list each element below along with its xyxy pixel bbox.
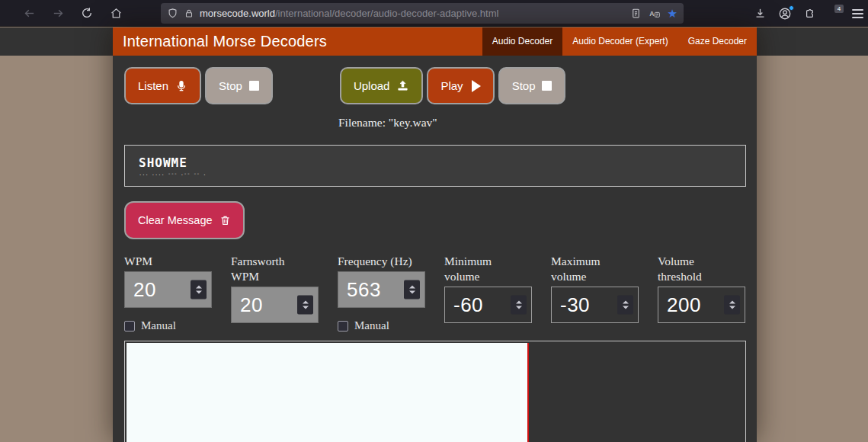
minimum-volume-input[interactable]: -60 bbox=[444, 287, 532, 323]
waveform-canvas[interactable] bbox=[124, 341, 746, 442]
decoded-message-box[interactable]: SHOWME ... .... --- .-- -- . bbox=[124, 145, 746, 187]
field-farnsworth-wpm: FarnsworthWPM 20 bbox=[231, 254, 319, 332]
playhead-line bbox=[527, 343, 529, 442]
extensions-puzzle-icon[interactable] bbox=[803, 7, 816, 20]
url-path: /international/decoder/audio-decoder-ada… bbox=[275, 8, 498, 19]
wpm-input[interactable]: 20 bbox=[124, 271, 212, 308]
listen-button-label: Listen bbox=[138, 79, 168, 92]
reload-icon[interactable] bbox=[76, 3, 98, 23]
frequency-manual-label: Manual bbox=[354, 319, 389, 332]
translate-icon[interactable]: A bbox=[649, 8, 661, 20]
farnsworth-wpm-value: 20 bbox=[232, 293, 263, 317]
spinner-icon[interactable] bbox=[191, 280, 207, 299]
frequency-manual-row: Manual bbox=[338, 319, 425, 332]
spinner-icon[interactable] bbox=[511, 296, 527, 315]
wpm-value: 20 bbox=[125, 278, 156, 302]
stop-playback-label: Stop bbox=[512, 79, 536, 92]
waveform-painted-area bbox=[127, 343, 527, 442]
tab-audio-decoder[interactable]: Audio Decoder bbox=[482, 27, 562, 56]
volume-threshold-input[interactable]: 200 bbox=[658, 287, 745, 323]
back-icon[interactable] bbox=[18, 3, 40, 23]
url-text[interactable]: morsecode.world/international/decoder/au… bbox=[200, 8, 625, 19]
svg-text:A: A bbox=[649, 9, 655, 17]
shield-icon[interactable] bbox=[167, 8, 178, 19]
play-triangle-icon bbox=[472, 80, 481, 92]
wpm-manual-label: Manual bbox=[141, 319, 176, 332]
stop-listening-button[interactable]: Stop bbox=[205, 67, 273, 104]
upload-button[interactable]: Upload bbox=[340, 67, 424, 104]
field-wpm-label: WPM bbox=[124, 254, 212, 269]
forward-icon[interactable] bbox=[47, 3, 69, 23]
stop-square-icon bbox=[542, 81, 552, 91]
frequency-manual-checkbox[interactable] bbox=[338, 321, 348, 332]
spinner-icon[interactable] bbox=[297, 296, 313, 315]
play-button[interactable]: Play bbox=[427, 67, 494, 104]
field-volume-threshold: Volumethreshold 200 bbox=[658, 254, 745, 332]
maximum-volume-value: -30 bbox=[552, 293, 590, 317]
account-icon[interactable] bbox=[778, 7, 792, 21]
spinner-icon[interactable] bbox=[724, 296, 740, 315]
wpm-manual-checkbox[interactable] bbox=[124, 321, 135, 332]
lock-icon[interactable] bbox=[184, 8, 194, 19]
browser-toolbar: morsecode.world/international/decoder/au… bbox=[0, 0, 868, 27]
field-farnsworth-label: FarnsworthWPM bbox=[231, 254, 319, 284]
minimum-volume-value: -60 bbox=[445, 293, 483, 317]
account-notification-dot bbox=[789, 5, 794, 11]
site-header: International Morse Decoders Audio Decod… bbox=[113, 27, 757, 56]
clear-message-label: Clear Message bbox=[138, 214, 213, 226]
microphone-icon bbox=[175, 79, 187, 93]
maximum-volume-input[interactable]: -30 bbox=[551, 287, 639, 323]
spinner-icon[interactable] bbox=[404, 280, 420, 299]
filename-text: Filename: "key.wav" bbox=[338, 116, 757, 130]
field-volume-threshold-label: Volumethreshold bbox=[658, 254, 745, 284]
home-icon[interactable] bbox=[105, 3, 127, 23]
decoded-message: SHOWME bbox=[139, 155, 745, 170]
farnsworth-wpm-input[interactable]: 20 bbox=[231, 287, 319, 323]
tab-gaze-decoder[interactable]: Gaze Decoder bbox=[678, 27, 757, 56]
frequency-value: 563 bbox=[338, 278, 381, 302]
field-maximum-volume: Maximumvolume -30 bbox=[551, 254, 639, 332]
wpm-manual-row: Manual bbox=[124, 319, 212, 332]
stop-square-icon bbox=[249, 81, 259, 91]
clear-message-button[interactable]: Clear Message bbox=[124, 201, 245, 239]
url-bar[interactable]: morsecode.world/international/decoder/au… bbox=[161, 3, 684, 24]
reader-mode-icon[interactable] bbox=[630, 8, 642, 19]
trash-icon bbox=[219, 214, 231, 226]
field-minimum-volume: Minimumvolume -60 bbox=[444, 254, 532, 332]
field-frequency: Frequency (Hz) 563 Manual bbox=[338, 254, 425, 332]
menu-icon[interactable] bbox=[852, 9, 863, 18]
decoded-message-morse: ... .... --- .-- -- . bbox=[139, 171, 745, 177]
field-frequency-label: Frequency (Hz) bbox=[338, 254, 425, 269]
stop-playback-button[interactable]: Stop bbox=[498, 67, 566, 104]
extension-icon[interactable]: 4 bbox=[828, 8, 841, 20]
url-domain: morsecode.world bbox=[200, 8, 275, 19]
field-min-volume-label: Minimumvolume bbox=[444, 254, 532, 284]
frequency-input[interactable]: 563 bbox=[338, 271, 425, 308]
upload-icon bbox=[396, 79, 409, 92]
field-wpm: WPM 20 Manual bbox=[124, 254, 212, 332]
page-content: International Morse Decoders Audio Decod… bbox=[113, 27, 757, 442]
spinner-icon[interactable] bbox=[617, 296, 633, 315]
listen-button[interactable]: Listen bbox=[124, 67, 201, 104]
field-max-volume-label: Maximumvolume bbox=[551, 254, 639, 284]
settings-row: WPM 20 Manual FarnsworthWPM 20 Frequency… bbox=[124, 254, 757, 332]
bookmark-star-icon[interactable]: ★ bbox=[668, 8, 677, 19]
extension-badge: 4 bbox=[834, 5, 844, 13]
download-icon[interactable] bbox=[754, 7, 767, 20]
nav-tabs: Audio Decoder Audio Decoder (Expert) Gaz… bbox=[482, 27, 757, 56]
volume-threshold-value: 200 bbox=[658, 293, 701, 317]
play-button-label: Play bbox=[440, 79, 463, 92]
page-title: International Morse Decoders bbox=[113, 33, 482, 50]
upload-button-label: Upload bbox=[354, 79, 390, 92]
stop-listening-label: Stop bbox=[219, 79, 242, 92]
control-buttons: Listen Stop Upload Play Stop bbox=[124, 67, 757, 104]
tab-audio-decoder-expert[interactable]: Audio Decoder (Expert) bbox=[562, 27, 677, 56]
